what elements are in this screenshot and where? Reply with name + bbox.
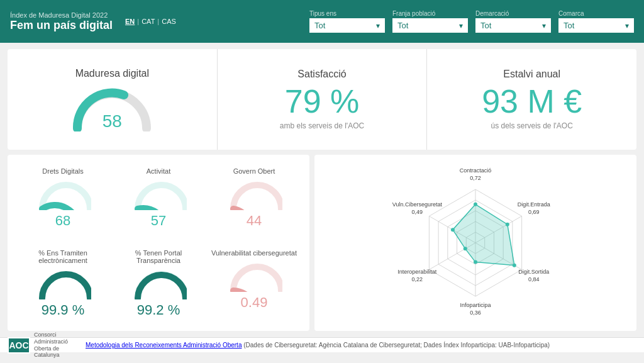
filters-bar: Tipus ens Tot Ajuntament Consell Comarca… [201,10,634,33]
svg-text:0,36: 0,36 [470,310,481,316]
svg-text:0,22: 0,22 [412,276,423,282]
satisfaccio-sub: amb els serveis de l'AOC [280,121,364,130]
svg-point-16 [464,247,467,250]
header: Índex de Maduresa Digital 2022 Fem un pa… [0,0,644,43]
maduresa-panel: Maduresa digital 58 [8,49,218,150]
metrics-panel: Drets Digitals 68 Activitat 57 Govern Ob… [8,155,309,331]
metric-value-2: 44 [247,213,262,229]
footer-link[interactable]: Metodologia dels Reconeixements Administ… [86,342,242,349]
metric-title-2: Govern Obert [233,167,275,175]
footer-text: Metodologia dels Reconeixements Administ… [86,342,550,349]
filter-demarcacio-wrapper: Tot Barcelona Girona Lleida Tarragona [475,18,551,33]
metric-title-4: % Tenen Portal Transparència [116,249,201,264]
bottom-section: Drets Digitals 68 Activitat 57 Govern Ob… [8,155,636,331]
satisfaccio-panel: Satisfacció 79 % amb els serveis de l'AO… [218,49,428,150]
filter-franja-label: Franja població [392,10,468,17]
metric-title-5: Vulnerabilitat ciberseguretat [211,249,297,257]
estalvi-title: Estalvi anual [503,69,560,80]
estalvi-sub: ús dels serveis de l'AOC [491,121,573,130]
svg-point-17 [451,228,455,232]
filter-demarcacio-select[interactable]: Tot Barcelona Girona Lleida Tarragona [475,18,551,33]
metric-value-3: 99.9 % [42,302,85,318]
filter-franja-wrapper: Tot < 1000 1000-5000 > 5000 [392,18,468,33]
metric-item-2: Govern Obert 44 [209,162,299,239]
metric-title-3: % Ens Tramiten electrònicament [20,249,106,264]
filter-comarca-wrapper: Tot [558,18,634,33]
svg-text:0,49: 0,49 [412,209,423,215]
maduresa-value: 58 [71,111,153,131]
radar-chart: Contractació0,72Digit.Entrada0,69Digit.S… [387,161,564,325]
lang-cat[interactable]: CAT [142,18,155,25]
footer: AOC Consorci Administració Oberta de Cat… [0,337,644,352]
svg-point-13 [506,223,509,226]
svg-point-15 [474,260,477,264]
maduresa-title: Maduresa digital [75,68,149,79]
logo-box: AOC [8,337,30,354]
top-stats-row: Maduresa digital 58 Satisfacció 79 % amb… [8,49,636,150]
metric-gauge-1 [130,179,187,210]
metric-item-0: Drets Digitals 68 [18,162,108,239]
svg-text:Contractació: Contractació [460,167,492,174]
radar-panel: Contractació0,72Digit.Entrada0,69Digit.S… [314,155,636,331]
logo-text: Consorci Administració Oberta de Catalun… [34,332,78,359]
lang-en[interactable]: EN [125,18,135,25]
metric-title-1: Activitat [147,167,171,175]
footer-sub: (Dades de Ciberseguretat: Agència Catala… [243,342,550,349]
metric-title-0: Drets Digitals [42,167,83,175]
filter-demarcacio: Demarcació Tot Barcelona Girona Lleida T… [475,10,551,33]
filter-tipus-ens-wrapper: Tot Ajuntament Consell Comarcal [309,18,385,33]
metric-gauge-0 [35,179,91,210]
svg-text:Digit.Sortida: Digit.Sortida [518,269,549,275]
svg-text:Digit.Entrada: Digit.Entrada [518,201,550,208]
filter-tipus-ens-select[interactable]: Tot Ajuntament Consell Comarcal [309,18,385,33]
svg-text:Infoparticipa: Infoparticipa [460,302,491,308]
svg-marker-11 [453,204,514,265]
metric-value-5: 0.49 [241,294,268,311]
filter-comarca-label: Comarca [558,10,634,17]
metric-gauge-2 [226,179,282,210]
svg-text:0,69: 0,69 [528,209,540,215]
metric-gauge-5 [226,260,282,292]
lang-cas[interactable]: CAS [162,18,176,25]
logo: AOC Consorci Administració Oberta de Cat… [8,332,78,359]
main-content: Maduresa digital 58 Satisfacció 79 % amb… [0,43,644,337]
metric-gauge-4 [130,268,187,299]
metric-value-1: 57 [151,213,166,229]
header-title: Índex de Maduresa Digital 2022 Fem un pa… [10,11,113,32]
svg-point-14 [513,264,516,267]
filter-comarca: Comarca Tot [558,10,634,33]
estalvi-panel: Estalvi anual 93 M € ús dels serveis de … [427,49,636,150]
estalvi-value: 93 M € [482,85,582,118]
svg-text:Interoperabilitat: Interoperabilitat [397,269,437,275]
lang-switcher: EN | CAT | CAS [125,18,176,25]
metric-value-4: 99.2 % [137,302,180,318]
metric-item-1: Activitat 57 [113,162,204,239]
satisfaccio-title: Satisfacció [297,69,346,80]
app-subtitle: Índex de Maduresa Digital 2022 [10,11,113,19]
filter-franja-select[interactable]: Tot < 1000 1000-5000 > 5000 [392,18,468,33]
metric-item-3: % Ens Tramiten electrònicament 99.9 % [18,244,108,323]
metric-item-4: % Tenen Portal Transparència 99.2 % [113,244,204,323]
svg-point-12 [474,203,477,206]
metric-gauge-3 [35,268,91,299]
svg-text:0,72: 0,72 [470,175,481,181]
app-main-title: Fem un país digital [10,19,113,32]
svg-text:Vuln.Ciberseguretat: Vuln.Ciberseguretat [392,201,443,208]
metric-item-5: Vulnerabilitat ciberseguretat 0.49 [209,244,299,323]
filter-tipus-ens-label: Tipus ens [309,10,385,17]
svg-text:0,84: 0,84 [528,276,540,282]
filter-comarca-select[interactable]: Tot [558,18,634,33]
maduresa-gauge: 58 [71,84,153,131]
filter-franja-poblacio: Franja població Tot < 1000 1000-5000 > 5… [392,10,468,33]
filter-demarcacio-label: Demarcació [475,10,551,17]
satisfaccio-value: 79 % [285,85,360,118]
metric-value-0: 68 [55,213,70,229]
filter-tipus-ens: Tipus ens Tot Ajuntament Consell Comarca… [309,10,385,33]
